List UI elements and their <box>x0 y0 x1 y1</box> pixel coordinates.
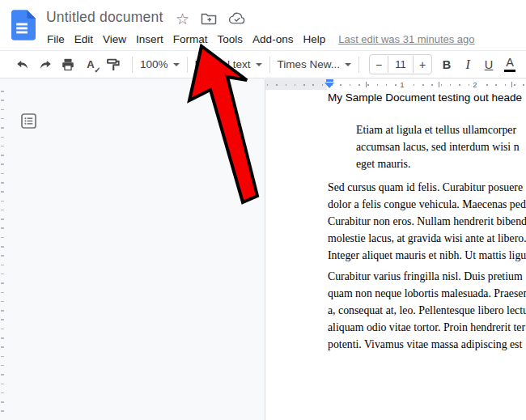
print-button[interactable] <box>58 54 78 75</box>
chevron-down-icon <box>173 63 180 66</box>
font-select[interactable]: Times New... <box>278 58 352 70</box>
menu-tools[interactable]: Tools <box>218 33 244 45</box>
menu-help[interactable]: Help <box>303 33 325 45</box>
highlight-color-button[interactable] <box>520 54 526 75</box>
ruler-halfinch-tick <box>439 82 439 87</box>
text-line[interactable]: Curabitur varius fringilla nisl. Duis pr… <box>328 268 526 285</box>
first-line-indent-marker[interactable] <box>326 79 333 82</box>
app-header: Untitled document ☆ File Edit View Inser… <box>0 0 526 50</box>
ruler-halfinch-tick <box>511 82 512 87</box>
google-docs-logo-icon[interactable] <box>11 10 36 40</box>
font-size-value[interactable]: 11 <box>388 56 414 73</box>
styles-select[interactable]: Normal text <box>195 58 262 70</box>
paragraph-1[interactable]: Etiam at ligula et tellus ullamcorper ac… <box>356 121 520 172</box>
horizontal-ruler[interactable]: 1 2 <box>265 79 526 90</box>
left-indent-marker[interactable] <box>325 83 334 88</box>
ruler-number: 1 <box>398 79 405 90</box>
menu-view[interactable]: View <box>103 33 126 45</box>
spellcheck-icon: A✓ <box>87 58 94 70</box>
zoom-select[interactable]: 100% <box>140 58 180 70</box>
paint-format-button[interactable] <box>104 54 123 75</box>
text-line[interactable]: Integer aliquet mauris et nibh. Ut matti… <box>328 247 526 264</box>
text-line[interactable]: eget mauris. <box>356 155 520 172</box>
menu-edit[interactable]: Edit <box>74 33 93 45</box>
document-header-text[interactable]: My Sample Document testing out heade <box>328 91 522 104</box>
indent-marker[interactable] <box>325 79 334 89</box>
text-line[interactable]: quam non neque lobortis malesuada. Praes… <box>328 285 526 302</box>
font-size-control: − 11 + <box>369 54 432 74</box>
move-to-folder-icon[interactable] <box>201 12 217 25</box>
text-line[interactable]: Curabitur non eros. Nullam hendrerit bib… <box>328 213 526 230</box>
title-action-icons: ☆ <box>176 9 246 28</box>
text-line[interactable]: a, consequat at, leo. Pellentesque liber… <box>328 302 526 319</box>
paragraph-2[interactable]: Sed cursus quam id felis. Curabitur posu… <box>328 179 526 264</box>
text-line[interactable]: aliquam odio vitae tortor. Proin hendrer… <box>328 319 526 336</box>
ruler-ticks <box>267 84 526 86</box>
menu-addons[interactable]: Add-ons <box>252 33 293 45</box>
cloud-saved-icon[interactable] <box>228 12 246 25</box>
text-color-button[interactable]: A <box>499 54 520 75</box>
toolbar-separator <box>187 57 188 73</box>
undo-button[interactable] <box>13 54 32 75</box>
text-color-swatch <box>504 70 515 73</box>
vertical-ruler <box>1 91 4 420</box>
toolbar-separator <box>358 57 359 73</box>
text-line[interactable]: potenti. Vivamus vitae massa adipiscing … <box>328 336 526 353</box>
toolbar-separator <box>132 57 133 73</box>
toolbar: A✓ 100% Normal text Times New... − 11 + … <box>0 50 526 78</box>
ruler-number: 2 <box>471 79 478 90</box>
text-line[interactable]: Etiam at ligula et tellus ullamcorper <box>356 121 520 138</box>
text-line[interactable]: accumsan lacus, sed interdum wisi n <box>356 138 520 155</box>
toolbar-separator <box>269 57 270 73</box>
menu-format[interactable]: Format <box>173 33 208 45</box>
star-icon[interactable]: ☆ <box>176 11 189 27</box>
italic-button[interactable]: I <box>457 54 478 75</box>
paragraph-3[interactable]: Curabitur varius fringilla nisl. Duis pr… <box>328 268 526 353</box>
decrease-font-size-button[interactable]: − <box>370 58 388 71</box>
document-title[interactable]: Untitled document <box>46 9 163 26</box>
menu-bar: File Edit View Insert Format Tools Add-o… <box>47 31 475 47</box>
text-line[interactable]: Sed cursus quam id felis. Curabitur posu… <box>328 179 526 196</box>
last-edit-link[interactable]: Last edit was 31 minutes ago <box>338 33 474 45</box>
text-line[interactable]: dolor a felis congue vehicula. Maecenas … <box>328 196 526 213</box>
ruler-halfinch-tick <box>366 82 367 87</box>
chevron-down-icon <box>256 63 262 66</box>
menu-insert[interactable]: Insert <box>136 33 163 45</box>
outline-icon <box>21 113 36 129</box>
underline-button[interactable]: U <box>478 54 499 75</box>
spellcheck-button[interactable]: A✓ <box>81 54 100 75</box>
text-line[interactable]: molestie lacus, at gravida wisi ante at … <box>328 230 526 247</box>
redo-button[interactable] <box>36 54 55 75</box>
bold-button[interactable]: B <box>436 54 457 75</box>
chevron-down-icon <box>345 63 351 66</box>
menu-file[interactable]: File <box>47 33 65 45</box>
show-document-outline-button[interactable] <box>18 110 39 131</box>
increase-font-size-button[interactable]: + <box>414 58 431 71</box>
